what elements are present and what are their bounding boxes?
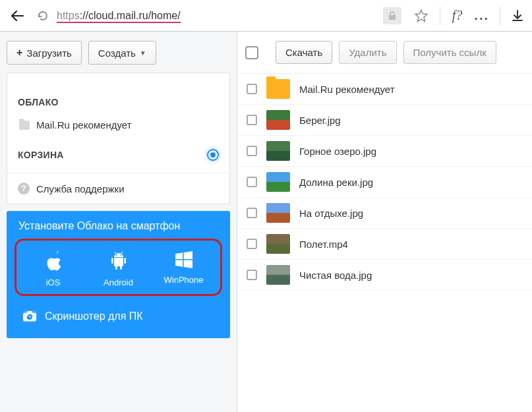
file-name: Полет.mp4 bbox=[299, 239, 348, 250]
file-name: На отдыхе.jpg bbox=[299, 208, 363, 219]
upload-label: Загрузить bbox=[26, 47, 72, 59]
svg-rect-5 bbox=[124, 258, 126, 264]
url-protocol: https bbox=[57, 10, 80, 23]
file-name: Mail.Ru рекомендует bbox=[299, 84, 395, 95]
file-name: Берег.jpg bbox=[299, 115, 341, 126]
file-name: Долина реки.jpg bbox=[299, 177, 373, 188]
app-label: Android bbox=[103, 278, 133, 287]
file-name: Горное озеро.jpg bbox=[299, 146, 376, 157]
svg-rect-12 bbox=[27, 311, 32, 314]
svg-line-9 bbox=[121, 252, 123, 254]
sidebar-item-trash[interactable]: КОРЗИНА bbox=[7, 140, 229, 173]
file-row[interactable]: Mail.Ru рекомендует bbox=[237, 74, 532, 105]
create-label: Создать bbox=[98, 47, 136, 59]
svg-rect-4 bbox=[111, 258, 113, 264]
app-label: WinPhone bbox=[164, 275, 204, 285]
sidebar-item-recommends[interactable]: Mail.Ru рекомендует bbox=[7, 113, 229, 140]
promo-panel: Установите Облако на смартфон iOS Androi… bbox=[7, 211, 230, 338]
app-ios[interactable]: iOS bbox=[24, 250, 83, 287]
sidebar-item-label: Mail.Ru рекомендует bbox=[36, 119, 132, 131]
bookmark-star-icon[interactable] bbox=[411, 9, 432, 22]
support-label: Служба поддержки bbox=[36, 183, 125, 194]
sidebar-item-support[interactable]: ? Служба поддержки bbox=[7, 173, 229, 204]
content-area: Скачать Удалить Получить ссылк Mail.Ru р… bbox=[237, 32, 532, 412]
svg-rect-6 bbox=[115, 266, 117, 270]
font-button[interactable]: f? bbox=[448, 8, 467, 23]
reload-button[interactable] bbox=[34, 10, 51, 22]
file-thumbnail bbox=[266, 203, 290, 223]
file-thumbnail bbox=[266, 141, 290, 161]
promo-title: Установите Облако на смартфон bbox=[13, 220, 223, 239]
delete-label: Удалить bbox=[349, 47, 386, 58]
sidebar: +Загрузить Создать▼ ОБЛАКО Mail.Ru реком… bbox=[0, 32, 237, 412]
help-icon: ? bbox=[18, 183, 30, 194]
android-icon bbox=[109, 250, 129, 272]
download-button[interactable]: Скачать bbox=[276, 41, 332, 64]
file-checkbox[interactable] bbox=[247, 146, 257, 156]
file-row[interactable]: На отдыхе.jpg bbox=[237, 198, 532, 229]
lock-icon bbox=[383, 7, 401, 24]
file-thumbnail bbox=[266, 265, 290, 285]
file-checkbox[interactable] bbox=[247, 239, 257, 249]
file-thumbnail bbox=[266, 234, 290, 254]
right-toolbar: Скачать Удалить Получить ссылк bbox=[237, 32, 532, 74]
file-row[interactable]: Берег.jpg bbox=[237, 105, 532, 136]
screenshoter-label: Скриншотер для ПК bbox=[45, 310, 143, 322]
folder-icon bbox=[19, 121, 30, 130]
svg-line-8 bbox=[115, 252, 116, 254]
file-checkbox[interactable] bbox=[247, 115, 257, 125]
chevron-down-icon: ▼ bbox=[140, 49, 146, 57]
file-checkbox[interactable] bbox=[247, 177, 257, 187]
back-button[interactable] bbox=[5, 8, 29, 24]
radio-selected-icon bbox=[207, 149, 219, 161]
file-name: Чистая вода.jpg bbox=[299, 270, 372, 281]
trash-title: КОРЗИНА bbox=[18, 150, 64, 160]
svg-rect-0 bbox=[389, 15, 396, 20]
apple-icon bbox=[44, 250, 63, 272]
file-thumbnail bbox=[266, 172, 290, 192]
separator bbox=[500, 7, 500, 25]
app-android[interactable]: Android bbox=[89, 250, 148, 287]
left-toolbar: +Загрузить Создать▼ bbox=[7, 38, 230, 73]
app-winphone[interactable]: WinPhone bbox=[154, 250, 214, 287]
svg-rect-7 bbox=[120, 266, 122, 270]
svg-rect-1 bbox=[114, 258, 123, 266]
windows-icon bbox=[174, 250, 194, 270]
promo-apps-row: iOS Android WinPhone bbox=[15, 239, 222, 296]
separator bbox=[440, 7, 440, 25]
getlink-label: Получить ссылк bbox=[413, 47, 487, 58]
menu-dots-icon[interactable]: ... bbox=[471, 8, 492, 23]
select-all-checkbox[interactable] bbox=[245, 46, 258, 59]
camera-icon bbox=[22, 310, 37, 322]
file-checkbox[interactable] bbox=[247, 270, 257, 280]
url-bar[interactable]: https://cloud.mail.ru/home/ bbox=[57, 5, 378, 26]
url-host: ://cloud.mail.ru/home/ bbox=[80, 10, 181, 23]
plus-icon: + bbox=[16, 47, 22, 59]
download-label: Скачать bbox=[285, 47, 322, 58]
folder-icon bbox=[266, 79, 290, 99]
file-thumbnail bbox=[266, 110, 290, 130]
file-row[interactable]: Горное озеро.jpg bbox=[237, 136, 532, 167]
app-label: iOS bbox=[46, 278, 61, 287]
cloud-panel: ОБЛАКО Mail.Ru рекомендует КОРЗИНА ? Слу… bbox=[7, 73, 230, 204]
file-row[interactable]: Чистая вода.jpg bbox=[237, 260, 532, 291]
main-area: +Загрузить Создать▼ ОБЛАКО Mail.Ru реком… bbox=[0, 32, 532, 412]
file-row[interactable]: Полет.mp4 bbox=[237, 229, 532, 260]
file-row[interactable]: Долина реки.jpg bbox=[237, 167, 532, 198]
downloads-button[interactable] bbox=[508, 10, 527, 22]
screenshoter-link[interactable]: Скриншотер для ПК bbox=[13, 305, 223, 328]
browser-toolbar: https://cloud.mail.ru/home/ f? ... bbox=[0, 0, 532, 32]
svg-point-3 bbox=[120, 254, 121, 256]
upload-button[interactable]: +Загрузить bbox=[7, 41, 82, 65]
create-button[interactable]: Создать▼ bbox=[88, 41, 156, 65]
file-checkbox[interactable] bbox=[247, 84, 257, 94]
svg-point-2 bbox=[115, 254, 117, 256]
getlink-button[interactable]: Получить ссылк bbox=[403, 41, 496, 64]
cloud-section-title: ОБЛАКО bbox=[7, 88, 229, 113]
delete-button[interactable]: Удалить bbox=[339, 41, 396, 64]
file-checkbox[interactable] bbox=[247, 208, 257, 218]
file-list: Mail.Ru рекомендуетБерег.jpgГорное озеро… bbox=[237, 74, 532, 291]
